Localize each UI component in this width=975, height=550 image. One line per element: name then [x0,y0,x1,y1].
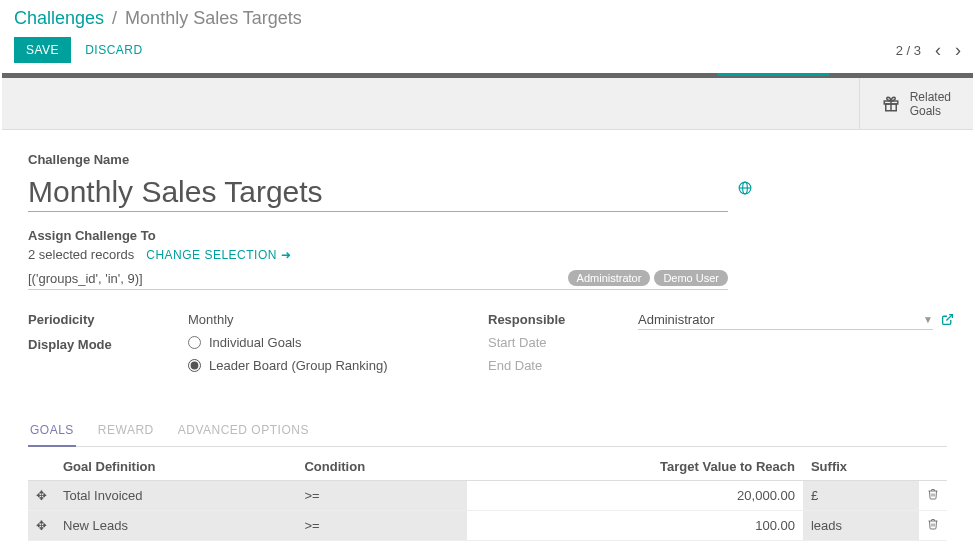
discard-button[interactable]: DISCARD [85,43,143,57]
drag-handle-icon[interactable]: ✥ [28,511,55,541]
user-badge[interactable]: Administrator [568,270,651,286]
challenge-name-input[interactable] [28,173,728,212]
delete-row-icon[interactable] [919,481,947,511]
table-row[interactable]: ✥ New Leads >= 100.00 leads [28,511,947,541]
breadcrumb: Challenges / Monthly Sales Targets [14,8,961,29]
pager-next-icon[interactable]: › [955,40,961,61]
start-date-label: Start Date [488,335,638,350]
col-condition[interactable]: Condition [296,453,467,481]
save-button[interactable]: SAVE [14,37,71,63]
tab-goals[interactable]: GOALS [28,415,76,447]
goals-table: Goal Definition Condition Target Value t… [28,453,947,541]
radio-individual[interactable] [188,336,201,349]
col-definition[interactable]: Goal Definition [55,453,296,481]
table-row[interactable]: ✥ Total Invoiced >= 20,000.00 £ [28,481,947,511]
cell-suffix[interactable]: £ [803,481,919,511]
assign-label: Assign Challenge To [28,228,947,243]
col-suffix[interactable]: Suffix [803,453,919,481]
cell-condition[interactable]: >= [296,481,467,511]
end-date-label: End Date [488,358,638,373]
tab-advanced[interactable]: ADVANCED OPTIONS [176,415,311,446]
delete-row-icon[interactable] [919,511,947,541]
display-option-leaderboard[interactable]: Leader Board (Group Ranking) [188,358,488,373]
gift-icon [882,95,900,113]
cell-condition[interactable]: >= [296,511,467,541]
breadcrumb-root[interactable]: Challenges [14,8,104,28]
arrow-right-icon: ➜ [281,248,292,262]
external-link-icon[interactable] [941,313,954,329]
display-option-individual[interactable]: Individual Goals [188,335,488,350]
related-line1: Related [910,90,951,104]
related-line2: Goals [910,104,951,118]
breadcrumb-leaf: Monthly Sales Targets [125,8,302,28]
domain-filter[interactable]: [('groups_id', 'in', 9)] [28,271,143,286]
cell-definition[interactable]: New Leads [55,511,296,541]
col-target[interactable]: Target Value to Reach [467,453,803,481]
svg-line-6 [946,315,952,321]
related-goals-button[interactable]: Related Goals [859,78,973,129]
title-label: Challenge Name [28,152,728,167]
breadcrumb-sep: / [112,8,117,28]
tab-reward[interactable]: REWARD [96,415,156,446]
periodicity-label: Periodicity [28,312,188,327]
radio-leaderboard[interactable] [188,359,201,372]
responsible-select[interactable]: Administrator ▼ [638,312,933,330]
user-badge[interactable]: Demo User [654,270,728,286]
cell-target[interactable]: 100.00 [467,511,803,541]
pager[interactable]: 2 / 3 [896,43,921,58]
pager-prev-icon[interactable]: ‹ [935,40,941,61]
status-indicator [717,73,829,76]
cell-target[interactable]: 20,000.00 [467,481,803,511]
periodicity-value[interactable]: Monthly [188,312,488,327]
drag-handle-icon[interactable]: ✥ [28,481,55,511]
display-mode-label: Display Mode [28,337,188,352]
cell-definition[interactable]: Total Invoiced [55,481,296,511]
assign-summary: 2 selected records [28,247,134,262]
chevron-down-icon: ▼ [923,314,933,325]
globe-icon[interactable] [738,182,752,198]
cell-suffix[interactable]: leads [803,511,919,541]
responsible-label: Responsible [488,312,638,327]
change-selection-button[interactable]: CHANGE SELECTION ➜ [146,248,291,262]
